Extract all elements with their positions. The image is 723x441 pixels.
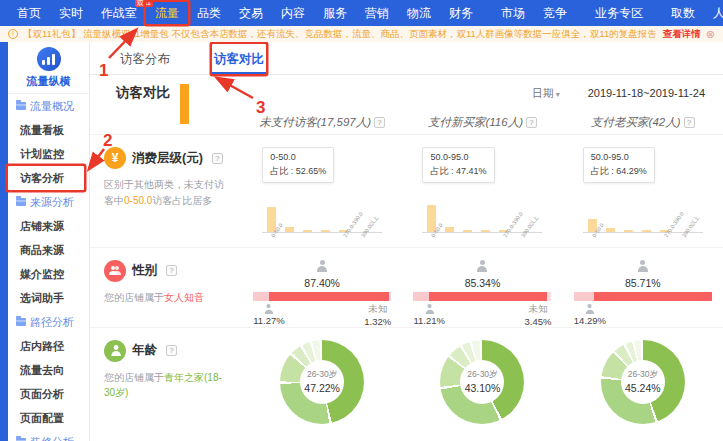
gender-chart: 85.71%14.29% [574,258,712,326]
consume-mini-chart: 50.0-95.0占比 : 47.41%0-50.0270.0-390.0390… [422,147,542,247]
nav-item-市场[interactable]: 市场 [492,2,534,24]
donut-main-label: 26-30岁 [628,369,658,381]
nav-item-首页[interactable]: 首页 [8,2,50,24]
donut-main-label: 26-30岁 [467,369,497,381]
nav-item-label: 营销 [365,6,389,20]
bar [463,230,472,232]
gender-desc-highlight: 女人知音 [164,292,204,303]
nav-item-内容[interactable]: 内容 [272,2,314,24]
male-percent: 11.21% [413,315,445,326]
notice-close-icon[interactable]: ⊗ [706,28,715,41]
sidebar-item-label: 路径分析 [30,315,74,330]
nav-item-实时[interactable]: 实时 [50,2,92,24]
sidebar-item-label: 店铺来源 [20,219,64,234]
bar [445,227,454,232]
gender-label-block: 性别 ? 您的店铺属于女人知音 [90,248,242,327]
donut-main-label: 26-30岁 [307,369,337,381]
nav-item-财务[interactable]: 财务 [440,2,482,24]
sidebar-collapse-strip[interactable] [0,42,8,441]
bar [285,227,294,232]
bar [624,230,633,232]
nav-item-服务[interactable]: 服务 [314,2,356,24]
consume-chart-cell: 0-50.0占比 : 52.65%0-50.0270.0-390.0390.0以… [242,135,402,247]
tooltip-range: 0-50.0 [270,151,326,165]
nav-item-营销[interactable]: 营销 [356,2,398,24]
date-type-dropdown[interactable]: 日期▾ [532,86,560,101]
chevron-down-icon: ▾ [556,90,560,99]
consume-desc-highlight: 0-50.0 [124,195,152,206]
notice-detail-link[interactable]: 查看详情 [663,28,701,41]
nav-item-业务专区[interactable]: 业务专区 [586,2,652,24]
nav-item-label: 内容 [281,6,305,20]
help-icon[interactable]: ? [212,153,223,164]
female-percent: 87.40% [253,277,391,289]
nav-item-品类[interactable]: 品类 [188,2,230,24]
nav-item-label: 人群管理 [713,6,723,20]
sidebar-item-选词助手[interactable]: 选词助手 [8,286,89,310]
male-group: 11.21% [413,303,445,327]
nav-item-交易[interactable]: 交易 [230,2,272,24]
tab-访客分布[interactable]: 访客分布 [118,44,172,74]
nav-item-取数[interactable]: 取数 [662,2,704,24]
nav-item-label: 物流 [407,6,431,20]
sidebar-item-label: 来源分析 [30,195,74,210]
gender-row: 性别 ? 您的店铺属于女人知音 87.40%11.27%未知1.32% 85.3… [90,247,723,327]
help-icon[interactable]: ? [684,117,695,128]
sidebar-item-装修分析[interactable]: 装修分析 [8,430,89,441]
gender-ratio-bar [574,292,712,301]
sidebar-item-店内路径[interactable]: 店内路径 [8,334,89,358]
sidebar-item-访客分析[interactable]: 访客分析 [8,166,84,190]
bar [642,230,651,232]
nav-item-竞争[interactable]: 竞争 [534,2,576,24]
male-icon [424,304,435,314]
male-percent: 14.29% [574,315,606,326]
donut-center: 26-30岁47.22% [300,360,344,404]
bar [321,230,330,232]
age-desc-prefix: 您的店铺属于 [104,372,164,383]
sidebar-item-流量看板[interactable]: 流量看板 [8,118,89,142]
sidebar-item-媒介监控[interactable]: 媒介监控 [8,262,89,286]
sidebar-item-店铺来源[interactable]: 店铺来源 [8,214,89,238]
gender-ratio-bar [413,292,551,301]
nav-item-label: 市场 [501,6,525,20]
tooltip-range: 50.0-95.0 [591,151,647,165]
tab-访客对比[interactable]: 访客对比 [212,44,266,74]
sidebar-item-label: 流量去向 [20,363,64,378]
nav-item-label: 服务 [323,6,347,20]
sidebar-item-来源分析[interactable]: 来源分析 [8,190,89,214]
folder-icon [16,318,26,326]
consume-row-desc: 区别于其他两类，未支付访客中0-50.0访客占比居多 [104,177,226,208]
sidebar-item-流量去向[interactable]: 流量去向 [8,358,89,382]
top-navigation: 首页实时作战室双11流量品类交易内容服务营销物流财务市场竞争业务专区取数人群管理… [0,0,723,26]
gender-desc-prefix: 您的店铺属于 [104,292,164,303]
help-icon[interactable]: ? [374,117,385,128]
donut-main-percent: 47.22% [304,382,340,394]
main-panel: 访客分布访客对比 访客对比 日期▾ 2019-11-18~2019-11-24 … [90,42,723,441]
sidebar-item-label: 商品来源 [20,243,64,258]
donut-center: 26-30岁45.24% [621,360,665,404]
date-filter-area: 日期▾ 2019-11-18~2019-11-24 [532,86,705,101]
gender-chart: 85.34%11.21%未知3.45% [413,258,551,327]
nav-item-作战室[interactable]: 作战室双11 [92,2,146,24]
sidebar-item-页面配置[interactable]: 页面配置 [8,406,89,430]
help-icon[interactable]: ? [166,265,177,276]
sidebar-item-计划监控[interactable]: 计划监控 [8,142,89,166]
sidebar-item-路径分析[interactable]: 路径分析 [8,310,89,334]
gender-chart-cell: 85.71%14.29% [563,248,723,327]
age-row-desc: 您的店铺属于青年之家(18-30岁) [104,370,226,401]
chart-tooltip: 50.0-95.0占比 : 64.29% [583,147,655,183]
nav-item-人群管理[interactable]: 人群管理NEW [704,2,723,24]
page-title: 访客对比 [116,84,170,102]
sidebar-item-商品来源[interactable]: 商品来源 [8,238,89,262]
help-icon[interactable]: ? [166,345,177,356]
sidebar-item-页面分析[interactable]: 页面分析 [8,382,89,406]
male-segment [253,292,269,301]
nav-item-流量[interactable]: 流量 [146,2,188,24]
gender-row-desc: 您的店铺属于女人知音 [104,290,226,306]
sidebar-item-流量概况[interactable]: 流量概况 [8,94,89,118]
help-icon[interactable]: ? [526,117,537,128]
date-range-picker[interactable]: 2019-11-18~2019-11-24 [588,87,705,99]
nav-item-物流[interactable]: 物流 [398,2,440,24]
bar [180,84,189,124]
x-axis-ticks: 0-50.0270.0-390.0390.0以上 [422,233,542,247]
